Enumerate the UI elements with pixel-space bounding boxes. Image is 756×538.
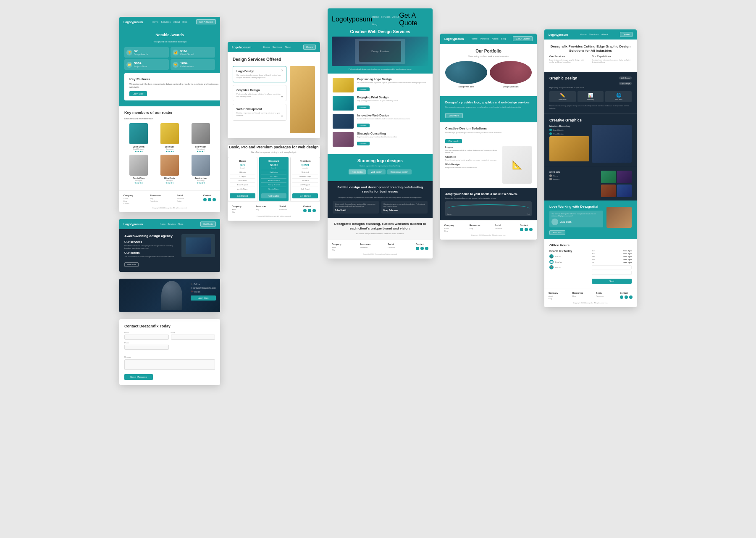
services-list: Captivating Logo Design We create memora… xyxy=(328,74,433,154)
form-row-1: Name Email xyxy=(124,332,215,340)
ce-title: Deezgrafix Provides Cutting-Edge Graphic… xyxy=(549,45,632,53)
love-btn[interactable]: Read More xyxy=(549,230,565,235)
card2-header: Logotyposum Home Services About Quote xyxy=(228,42,320,52)
provides-btn[interactable]: View More xyxy=(445,113,463,118)
svc1-title: Captivating Logo Design xyxy=(357,78,428,81)
hours-email-input[interactable] xyxy=(592,271,632,275)
send-btn[interactable]: Send xyxy=(592,279,632,284)
avatar-6 xyxy=(192,155,210,176)
gd-title: Graphic Design xyxy=(549,76,578,80)
brand-section: Deezgrafix designs stunning, custom webs… xyxy=(328,218,433,239)
stars-1: ★★★★★ xyxy=(124,150,153,153)
love-quote: The team at Deezgrafix delivered excepti… xyxy=(551,213,601,217)
phone-input[interactable] xyxy=(124,345,169,350)
dark-quote-btn[interactable]: Learn More xyxy=(124,262,139,267)
chevron-down-icon[interactable]: ▼ xyxy=(281,95,284,98)
message-input[interactable] xyxy=(124,359,215,370)
svc-img-1 xyxy=(333,78,354,92)
plan-standard-price: $199 xyxy=(261,163,287,167)
chevron-down-icon-2[interactable]: ▼ xyxy=(281,115,284,118)
brand-text: We believe every business deserves a bea… xyxy=(333,232,428,235)
footer-resources-title: Resources xyxy=(150,194,174,197)
stat-box-4: 🤝 100+ Collaborations xyxy=(171,59,215,70)
dark-cta[interactable]: Get Quote xyxy=(200,222,216,227)
member-6: Jessica Lee Marketing ★★★★★ xyxy=(186,155,215,184)
dark-body: Award-winning design agency Our services… xyxy=(119,229,220,272)
office-section: Office Hours Reach Us Today 📞 Call Us ✉️… xyxy=(544,239,637,288)
nav-cta[interactable]: Get A Quote xyxy=(196,19,216,24)
stars-5: ★★★★☆ xyxy=(155,182,184,184)
kp-btn[interactable]: Learn More xyxy=(129,91,147,96)
email-text: Email us xyxy=(555,261,562,263)
nav-dots: Home Portfolio About Blog xyxy=(471,37,506,40)
card-contact: Contact Deezgrafix Today Name Email Phon… xyxy=(119,319,220,385)
love-title: Love Working with Deezgrafix! xyxy=(549,205,603,208)
love-testimonial: The team at Deezgrafix delivered excepti… xyxy=(549,211,603,227)
svc1-btn[interactable]: Services › xyxy=(357,87,370,91)
portfolio-item-2: Design with dark xyxy=(490,61,532,88)
submit-btn[interactable]: Send Message xyxy=(124,374,153,380)
stars-4: ★★★★★ xyxy=(124,182,153,184)
portfolio-cta[interactable]: Get A Quote xyxy=(513,36,533,41)
solution-logos-text: Our logo designs are built to make a sta… xyxy=(445,149,500,153)
nav-dots: Home Services About xyxy=(580,33,608,36)
dollar-icon: 💰 xyxy=(173,50,178,55)
svc-img-2 xyxy=(333,96,354,111)
ce-col2-text: Creative team with expertise across digi… xyxy=(592,59,632,63)
cta-btn[interactable]: Quote xyxy=(303,45,316,50)
portfolio-label-2: Design with dark xyxy=(490,85,532,88)
email-label: Email xyxy=(171,332,215,334)
love-author: Jane Smith xyxy=(560,221,572,223)
svc2-btn[interactable]: Services › xyxy=(357,105,370,109)
avatar-3 xyxy=(192,123,210,144)
portfolio-title: Our Portfolio xyxy=(445,49,532,53)
col-center: Logotyposum Home Services About Blog Get… xyxy=(328,8,433,258)
call-text: Call Us xyxy=(555,256,561,258)
logo-section: Stunning logo designs Custom logos craft… xyxy=(328,154,433,181)
hero-cta[interactable]: Get A Quote xyxy=(399,12,428,27)
gd-tag: Web Design xyxy=(619,76,632,79)
hours-name-input[interactable] xyxy=(592,265,632,269)
col-center-right: Logotyposum Home Portfolio About Blog Ge… xyxy=(440,34,537,240)
solution-graphics-title: Graphics xyxy=(445,156,500,158)
avatar-5 xyxy=(160,155,179,176)
office-grid: Reach Us Today 📞 Call Us ✉️ Email us 📍 V… xyxy=(549,250,632,284)
creative-section: Creative Graphics Modern Branding Brand … xyxy=(544,113,637,167)
solution-webdesign: Web Design Responsive websites built to … xyxy=(445,163,500,169)
vr-cta-btn[interactable]: Learn More xyxy=(191,295,216,301)
email-input[interactable] xyxy=(171,335,215,340)
col-left: Logotyposum Home Services About Blog Get… xyxy=(119,17,220,385)
svc3-btn[interactable]: Services › xyxy=(357,124,370,127)
card1-header: Logotyposum Home Services About Blog Get… xyxy=(119,17,220,27)
card3-footer: Company About Blog Resources Newsletter … xyxy=(328,239,433,258)
card5-cta[interactable]: Quote xyxy=(620,32,633,37)
name-input[interactable] xyxy=(124,335,169,340)
illustration-icon: ✏️ xyxy=(551,93,574,98)
svc1-text: Our creative team brings your brand to l… xyxy=(236,74,283,79)
plan-premium-btn[interactable]: Get Started xyxy=(292,193,318,198)
plan-standard: Standard $199 /month 3 Websites 15 Pages… xyxy=(259,157,289,201)
tab-print-media[interactable]: Print media xyxy=(349,169,366,174)
solutions-section: Creative Design Solutions We offer high-… xyxy=(440,122,537,188)
svc4-btn[interactable]: Services › xyxy=(357,142,370,145)
web-icon: 🌐 xyxy=(607,93,630,98)
portfolio-subtitle: Showcasing our best work across industri… xyxy=(445,55,532,58)
gd-subtitle: High-quality design solutions for all yo… xyxy=(549,87,632,89)
footer-copyright: Copyright 2024 Deezgrafix. All rights re… xyxy=(123,207,216,209)
close-icon[interactable]: ✕ xyxy=(281,69,284,72)
plan-basic-btn[interactable]: Get Started xyxy=(230,193,255,198)
footer-social-title: Social xyxy=(177,194,201,197)
tab-responsive[interactable]: Responsive design xyxy=(387,169,412,174)
hours-fri: Fri 9am - 5pm xyxy=(592,261,632,264)
tab-web-design[interactable]: Web design xyxy=(368,169,385,174)
print-title: print ads xyxy=(549,171,598,173)
ce-col1-title: Our Services xyxy=(549,55,589,58)
trophy-icon: 🏆 xyxy=(126,50,132,55)
plan-standard-btn[interactable]: Get Started xyxy=(261,193,287,198)
card-notable-awards: Logotyposum Home Services About Blog Get… xyxy=(119,17,220,212)
stat-box-2: 💰 $1M Clients Served xyxy=(171,47,215,58)
discover-btn[interactable]: Discover It xyxy=(445,139,462,143)
awards-title: Notable Awards xyxy=(124,33,215,37)
gd-section: Graphic Design Web Design Logo Design Hi… xyxy=(544,72,637,113)
plan-standard-name: Standard xyxy=(261,160,287,162)
